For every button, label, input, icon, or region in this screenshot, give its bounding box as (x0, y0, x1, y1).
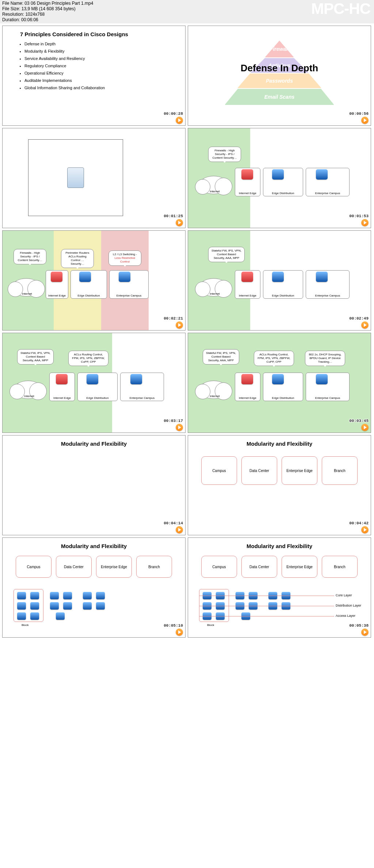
switch-icon (17, 592, 26, 599)
file-info-header: File Name: 03 06 Design Principles Part … (0, 0, 374, 23)
speech-bubble: ACLs Routing Control, FPM, IPS, VPN, ZBP… (68, 351, 108, 366)
thumbnail[interactable]: Internet Internet Edge Edge Distribution… (188, 128, 371, 228)
pyramid-layer: Firewall (265, 41, 294, 57)
module-box: Data Center (241, 456, 277, 485)
list-item: Regulatory Compliance (24, 62, 185, 69)
slide-title: Modularity and Flexibility (188, 435, 371, 450)
switch-icon (56, 612, 65, 620)
speech-bubble: L2 / L3 Switching - Less Restrictive Con… (108, 250, 141, 266)
speech-bubble: Firewalls - High Security - IPS / Conten… (14, 249, 46, 264)
play-icon[interactable] (361, 424, 369, 431)
thumbnail[interactable]: Modularity and Flexibility Campus Data C… (188, 435, 371, 535)
timestamp: 00:01:25 (164, 214, 183, 218)
net-label: Edge Distribution (272, 192, 294, 195)
play-icon[interactable] (176, 526, 183, 533)
pyramid-diagram: Firewall Antivirus Passwords Email Scans (225, 41, 334, 110)
module-box: Campus (201, 556, 237, 578)
list-item: Modularity & Flexibility (24, 48, 185, 55)
firewall-icon (241, 272, 253, 282)
pyramid-layer: Passwords (237, 73, 321, 88)
timestamp: 00:03:17 (164, 419, 183, 423)
bullet-list: Defense in Depth Modularity & Flexibilit… (3, 40, 185, 91)
net-label: Internet (206, 292, 224, 295)
play-icon[interactable] (176, 629, 183, 636)
firewall-icon (241, 374, 253, 384)
firewall-icon (241, 169, 253, 180)
net-label: Internet (20, 395, 38, 398)
module-box: Enterprise Edge (96, 556, 132, 578)
layer-label: Access Layer (336, 614, 355, 618)
slide-title: Modularity and Flexibility (188, 538, 371, 552)
thumbnail[interactable]: Internet Internet Edge Edge Distribution… (2, 333, 186, 433)
diagram-box (28, 139, 123, 216)
net-box: Enterprise Campus (306, 270, 350, 299)
router-icon (79, 272, 91, 282)
file-name-value: 03 06 Design Principles Part 1.mp4 (24, 1, 93, 6)
switch-icon (316, 272, 328, 282)
speech-bubble: 802.1x, DHCP Snooping, BPDU Guard, IP De… (305, 351, 345, 366)
timestamp: 00:01:53 (349, 214, 369, 218)
switch-icon (96, 592, 105, 599)
duration-value: 00:06:06 (21, 17, 38, 22)
thumbnail[interactable]: 00:01:25 (2, 128, 186, 228)
thumbnail[interactable]: Firewall Antivirus Passwords Email Scans… (188, 26, 371, 126)
list-item: Defense in Depth (24, 40, 185, 48)
module-box: Enterprise Edge (282, 556, 317, 578)
thumbnail[interactable]: Modularity and Flexibility Campus Data C… (188, 537, 371, 638)
resolution-label: Resolution: (2, 12, 24, 17)
list-item: Auditable Implementations (24, 77, 185, 84)
module-row: Campus Data Center Enterprise Edge Branc… (3, 556, 185, 578)
thumbnail[interactable]: Modularity and Flexibility 00:04:14 (2, 435, 186, 535)
timestamp: 00:05:10 (164, 623, 183, 628)
speech-bubble: Perimeter Routers ACLs Routing Control …… (61, 249, 94, 268)
timestamp: 00:02:49 (349, 316, 369, 321)
play-icon[interactable] (361, 526, 369, 533)
module-box: Branch (136, 556, 172, 578)
block-label: Block (22, 623, 29, 627)
bubble-text: L2 / L3 Switching - (113, 253, 137, 256)
play-icon[interactable] (361, 219, 369, 226)
play-icon[interactable] (176, 321, 183, 329)
speech-bubble: Stateful FW, IPS, VPN, Context Based Sec… (208, 247, 245, 262)
block-label: Block (207, 623, 214, 627)
net-label: Internet Edge (239, 396, 256, 400)
play-icon[interactable] (361, 117, 369, 124)
module-box: Branch (322, 456, 358, 485)
firewall-icon (51, 272, 62, 282)
file-size-label: File Size: (2, 6, 20, 11)
firewall-icon (56, 374, 68, 384)
thumbnail[interactable]: 7 Principles Considered in Cisco Designs… (2, 26, 186, 126)
net-label: Enterprise Campus (315, 294, 340, 297)
net-label: Enterprise Campus (117, 294, 141, 297)
thumbnail[interactable]: Internet Internet Edge Edge Distribution… (188, 230, 371, 331)
timestamp: 00:03:45 (349, 419, 369, 423)
timestamp: 00:00:28 (164, 112, 183, 116)
app-watermark: MPC-HC (311, 0, 370, 18)
net-label: Enterprise Campus (315, 192, 340, 195)
speech-bubble: Stateful FW, IPS, VPN, Context Based Sec… (203, 349, 239, 365)
net-box: Enterprise Campus (306, 168, 350, 196)
play-icon[interactable] (361, 629, 369, 636)
play-icon[interactable] (176, 424, 183, 431)
thumbnail[interactable]: Internet Internet Edge Edge Distribution… (2, 230, 186, 331)
layer-label: Core Layer (336, 593, 352, 597)
thumbnail[interactable]: Modularity and Flexibility Campus Data C… (2, 537, 186, 638)
switch-icon (316, 374, 328, 384)
net-label: Edge Distribution (272, 396, 294, 400)
play-icon[interactable] (361, 321, 369, 329)
net-label: Enterprise Campus (130, 396, 154, 400)
resolution-value: 1024x768 (25, 12, 45, 17)
layer-line (199, 606, 334, 606)
play-icon[interactable] (176, 117, 183, 124)
module-row: Campus Data Center Enterprise Edge Branc… (188, 456, 371, 485)
router-icon (272, 169, 284, 180)
layer-line (199, 596, 334, 596)
router-icon (87, 374, 98, 384)
slide-title: 7 Principles Considered in Cisco Designs (3, 26, 185, 40)
device-icon (67, 167, 84, 188)
play-icon[interactable] (176, 219, 183, 226)
thumbnail[interactable]: Internet Internet Edge Edge Distribution… (188, 333, 371, 433)
module-box: Campus (16, 556, 51, 578)
timestamp: 00:02:21 (164, 316, 183, 321)
duration-label: Duration: (2, 17, 20, 22)
